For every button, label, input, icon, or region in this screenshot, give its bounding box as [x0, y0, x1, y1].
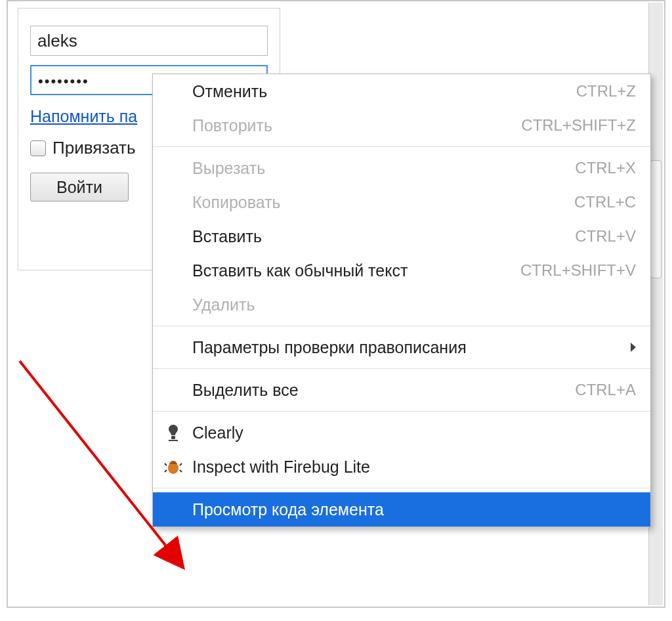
lamp-icon	[163, 423, 183, 442]
svg-rect-1	[169, 440, 178, 441]
menu-item-shortcut: CTRL+Z	[576, 82, 636, 100]
menu-item: КопироватьCTRL+C	[153, 185, 650, 219]
menu-item[interactable]: Inspect with Firebug Lite	[153, 450, 650, 484]
login-button[interactable]: Войти	[30, 173, 129, 202]
menu-item-shortcut: CTRL+A	[575, 381, 636, 399]
firebug-icon	[163, 457, 183, 477]
menu-separator	[153, 368, 650, 369]
menu-item-label: Отменить	[192, 82, 576, 101]
bind-label: Привязать	[52, 138, 136, 158]
menu-item-label: Повторить	[192, 116, 521, 135]
menu-item[interactable]: Параметры проверки правописания	[153, 330, 650, 364]
content-frame: •••••••• Напомнить па Привязать Войти От…	[7, 0, 665, 608]
menu-separator	[153, 326, 650, 326]
menu-item-shortcut: CTRL+SHIFT+Z	[521, 116, 636, 135]
menu-item-shortcut: CTRL+SHIFT+V	[520, 261, 636, 280]
menu-item-label: Inspect with Firebug Lite	[192, 458, 636, 477]
menu-item-label: Удалить	[192, 295, 636, 314]
menu-separator	[153, 488, 650, 488]
scroll-thumb[interactable]	[650, 160, 662, 278]
menu-item-label: Вырезать	[192, 159, 575, 178]
menu-item[interactable]: Выделить всеCTRL+A	[153, 373, 650, 407]
menu-item-label: Копировать	[192, 193, 574, 212]
menu-item-label: Clearly	[192, 423, 636, 442]
menu-item[interactable]: Просмотр кода элемента	[153, 492, 650, 526]
remind-password-link[interactable]: Напомнить па	[30, 107, 137, 126]
menu-item: Удалить	[153, 288, 650, 322]
bind-checkbox[interactable]	[30, 140, 46, 156]
menu-item[interactable]: Вставить как обычный текстCTRL+SHIFT+V	[153, 253, 650, 288]
menu-item-shortcut: CTRL+X	[575, 159, 636, 177]
context-menu[interactable]: ОтменитьCTRL+ZПовторитьCTRL+SHIFT+ZВырез…	[152, 74, 651, 527]
menu-item: ПовторитьCTRL+SHIFT+Z	[153, 108, 650, 142]
menu-item-shortcut: CTRL+C	[574, 193, 636, 211]
submenu-arrow-icon	[631, 343, 636, 352]
svg-line-5	[165, 470, 167, 472]
menu-separator	[153, 146, 650, 147]
menu-item: ВырезатьCTRL+X	[153, 151, 650, 185]
menu-item-label: Просмотр кода элемента	[192, 500, 636, 519]
menu-item-label: Параметры проверки правописания	[192, 338, 623, 357]
menu-item[interactable]: Clearly	[153, 416, 650, 450]
svg-rect-0	[171, 436, 175, 439]
username-input[interactable]	[30, 26, 268, 56]
svg-line-4	[180, 463, 182, 465]
svg-line-3	[165, 463, 167, 465]
menu-item[interactable]: ВставитьCTRL+V	[153, 219, 650, 253]
menu-item-shortcut: CTRL+V	[575, 227, 636, 246]
menu-item-label: Выделить все	[192, 381, 575, 400]
menu-separator	[153, 411, 650, 412]
menu-item[interactable]: ОтменитьCTRL+Z	[153, 74, 650, 108]
menu-item-label: Вставить	[192, 227, 575, 246]
svg-line-6	[180, 470, 182, 472]
menu-item-label: Вставить как обычный текст	[192, 261, 520, 280]
